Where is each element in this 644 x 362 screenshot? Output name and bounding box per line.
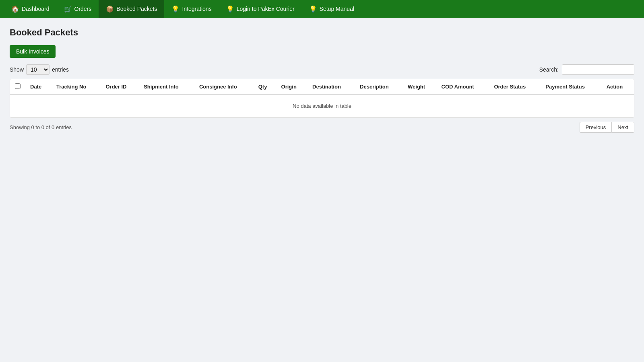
previous-button[interactable]: Previous: [580, 122, 612, 133]
show-entries-control: Show 10 25 50 100 entries: [10, 64, 69, 75]
col-checkbox: [10, 79, 25, 95]
search-label: Search:: [539, 66, 559, 73]
nav-label-dashboard: Dashboard: [22, 6, 50, 12]
search-row: Search:: [539, 64, 634, 75]
col-tracking-no: Tracking No: [52, 79, 101, 95]
showing-entries-text: Showing 0 to 0 of 0 entries: [10, 124, 72, 130]
nav-item-setup-manual[interactable]: 💡 Setup Manual: [302, 0, 361, 18]
table-wrapper: Date Tracking No Order ID Shipment Info …: [10, 79, 634, 118]
bulk-invoices-button[interactable]: Bulk Invoices: [10, 45, 56, 58]
col-consignee-info: Consignee Info: [194, 79, 254, 95]
packets-icon: 📦: [106, 5, 114, 13]
col-action: Action: [602, 79, 634, 95]
nav-item-login-pakex[interactable]: 💡 Login to PakEx Courier: [219, 0, 302, 18]
nav-item-orders[interactable]: 🛒 Orders: [57, 0, 99, 18]
col-cod-amount: COD Amount: [437, 79, 489, 95]
nav-label-integrations: Integrations: [182, 6, 211, 12]
table-header: Date Tracking No Order ID Shipment Info …: [10, 79, 634, 95]
nav-item-integrations[interactable]: 💡 Integrations: [164, 0, 219, 18]
col-shipment-info: Shipment Info: [139, 79, 194, 95]
page-title: Booked Packets: [10, 27, 634, 38]
next-button[interactable]: Next: [611, 122, 634, 133]
table-body: No data available in table: [10, 95, 634, 117]
main-content: Booked Packets Bulk Invoices Show 10 25 …: [0, 18, 644, 142]
entries-select[interactable]: 10 25 50 100: [26, 64, 50, 75]
show-label: Show: [10, 66, 24, 73]
login-icon: 💡: [226, 5, 234, 13]
nav-label-booked-packets: Booked Packets: [116, 6, 157, 12]
no-data-cell: No data available in table: [10, 95, 634, 117]
select-all-checkbox[interactable]: [15, 83, 21, 89]
col-payment-status: Payment Status: [541, 79, 601, 95]
nav-label-orders: Orders: [74, 6, 92, 12]
col-origin: Origin: [277, 79, 308, 95]
no-data-row: No data available in table: [10, 95, 634, 117]
entries-label: entries: [52, 66, 69, 73]
setup-icon: 💡: [309, 5, 317, 13]
col-order-id: Order ID: [101, 79, 139, 95]
integrations-icon: 💡: [171, 5, 180, 13]
nav-item-booked-packets[interactable]: 📦 Booked Packets: [99, 0, 164, 18]
col-destination: Destination: [308, 79, 355, 95]
home-icon: 🏠: [11, 5, 19, 13]
booked-packets-table: Date Tracking No Order ID Shipment Info …: [10, 79, 634, 117]
navbar: 🏠 Dashboard 🛒 Orders 📦 Booked Packets 💡 …: [0, 0, 644, 18]
pagination-buttons: Previous Next: [580, 122, 634, 133]
nav-label-login-pakex: Login to PakEx Courier: [237, 6, 295, 12]
col-date: Date: [25, 79, 52, 95]
col-qty: Qty: [254, 79, 277, 95]
col-order-status: Order Status: [489, 79, 541, 95]
col-description: Description: [355, 79, 403, 95]
nav-item-dashboard[interactable]: 🏠 Dashboard: [4, 0, 57, 18]
footer-row: Showing 0 to 0 of 0 entries Previous Nex…: [10, 122, 634, 133]
controls-row: Show 10 25 50 100 entries Search:: [10, 64, 634, 75]
col-weight: Weight: [403, 79, 437, 95]
search-input[interactable]: [562, 64, 634, 75]
orders-icon: 🛒: [64, 5, 72, 13]
nav-label-setup-manual: Setup Manual: [320, 6, 354, 12]
